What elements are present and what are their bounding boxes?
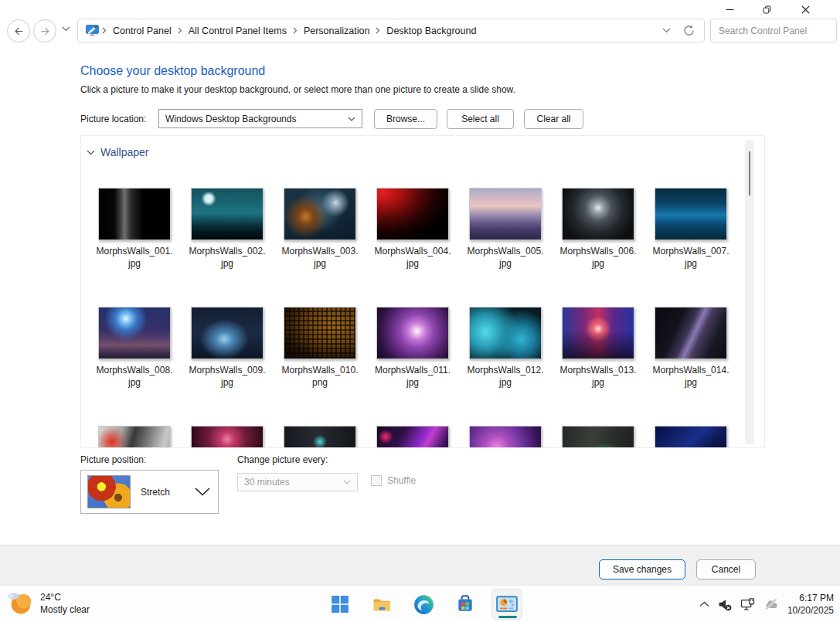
wallpaper-thumbnail[interactable]: [191, 426, 264, 448]
wallpaper-item[interactable]: [98, 426, 171, 448]
weather-temp: 24°C: [40, 591, 90, 603]
minimize-button[interactable]: [712, 2, 747, 17]
picture-location-select[interactable]: Windows Desktop Backgrounds: [158, 109, 362, 128]
cancel-button[interactable]: Cancel: [696, 559, 756, 580]
wallpaper-thumbnail[interactable]: [191, 188, 264, 240]
wallpaper-thumbnail[interactable]: [98, 188, 171, 240]
wallpaper-thumbnail[interactable]: [284, 188, 356, 240]
edge-button[interactable]: [408, 589, 439, 620]
refresh-button[interactable]: [683, 25, 695, 36]
breadcrumb-item-desktop-background[interactable]: Desktop Background: [383, 25, 479, 36]
clock-time: 6:17 PM: [787, 592, 834, 604]
onedrive-paused-icon[interactable]: [763, 598, 779, 610]
wallpaper-item[interactable]: MorphsWalls_012.jpg: [469, 307, 542, 389]
search-box[interactable]: [710, 19, 837, 42]
wallpaper-thumbnail[interactable]: [191, 307, 264, 359]
breadcrumb-item-all-items[interactable]: All Control Panel Items: [185, 25, 290, 36]
change-picture-every-label: Change picture every:: [237, 454, 328, 465]
wallpaper-group-header[interactable]: Wallpaper: [81, 136, 764, 160]
volume-muted-icon[interactable]: [718, 598, 732, 611]
browse-button[interactable]: Browse...: [374, 109, 437, 129]
tray-expand-button[interactable]: [699, 601, 709, 607]
breadcrumb-item-personalization[interactable]: Personalization: [301, 25, 372, 36]
wallpaper-filename: MorphsWalls_010.png: [275, 364, 365, 389]
search-input[interactable]: [711, 25, 840, 37]
wallpaper-thumbnail[interactable]: [655, 188, 727, 240]
wallpaper-filename: MorphsWalls_005.jpg: [461, 245, 550, 270]
page-title: Choose your desktop background: [80, 64, 265, 78]
shuffle-checkbox: [371, 475, 382, 486]
forward-icon: [39, 25, 51, 37]
wallpaper-item[interactable]: MorphsWalls_009.jpg: [191, 307, 264, 389]
recent-locations-button[interactable]: [62, 26, 70, 32]
wallpaper-item[interactable]: MorphsWalls_002.jpg: [191, 188, 264, 270]
wallpaper-thumbnail[interactable]: [469, 188, 542, 240]
wallpaper-thumbnail[interactable]: [376, 307, 449, 359]
wallpaper-thumbnail[interactable]: [562, 307, 634, 359]
chevron-down-icon: [87, 150, 95, 155]
wallpaper-item[interactable]: [562, 426, 634, 448]
wallpaper-item[interactable]: MorphsWalls_008.jpg: [98, 307, 171, 389]
clear-all-button[interactable]: Clear all: [524, 109, 583, 129]
wallpaper-item[interactable]: MorphsWalls_011.jpg: [376, 307, 449, 389]
picture-position-value: Stretch: [141, 487, 170, 498]
wallpaper-thumbnail[interactable]: [376, 426, 449, 448]
wallpaper-item[interactable]: [284, 426, 356, 448]
close-button[interactable]: [787, 2, 823, 17]
weather-widget[interactable]: 24°C Mostly clear: [6, 590, 90, 617]
chevron-down-icon: [348, 117, 355, 121]
forward-button[interactable]: [33, 19, 56, 42]
wallpaper-thumbnail[interactable]: [284, 307, 356, 359]
wallpaper-item[interactable]: [469, 426, 542, 448]
wallpaper-item[interactable]: MorphsWalls_001.jpg: [98, 188, 171, 270]
back-icon: [13, 25, 25, 37]
address-bar[interactable]: Control Panel All Control Panel Items Pe…: [77, 19, 705, 42]
select-all-button[interactable]: Select all: [447, 109, 514, 129]
wallpaper-item[interactable]: MorphsWalls_006.jpg: [562, 188, 634, 270]
breadcrumb-item-control-panel[interactable]: Control Panel: [110, 25, 175, 36]
wallpaper-thumbnail[interactable]: [469, 307, 542, 359]
chevron-down-icon: [62, 26, 70, 32]
wallpaper-thumbnail[interactable]: [655, 426, 727, 448]
shuffle-control: Shuffle: [371, 475, 416, 486]
wallpaper-item[interactable]: MorphsWalls_010.png: [284, 307, 356, 389]
wallpaper-item[interactable]: MorphsWalls_013.jpg: [562, 307, 634, 389]
store-icon: [455, 594, 475, 614]
wallpaper-item[interactable]: MorphsWalls_003.jpg: [284, 188, 356, 270]
wallpaper-item[interactable]: [191, 426, 264, 448]
page-subtitle: Click a picture to make it your desktop …: [80, 84, 515, 95]
control-panel-app-button[interactable]: [491, 589, 522, 620]
wallpaper-thumbnail[interactable]: [655, 307, 727, 359]
wallpaper-panel: Wallpaper MorphsWalls_001.jpgMorphsWalls…: [80, 135, 765, 448]
wallpaper-filename: MorphsWalls_007.jpg: [646, 245, 736, 270]
back-button[interactable]: [7, 19, 30, 42]
chevron-down-icon: [343, 480, 351, 484]
scrollbar-thumb[interactable]: [749, 151, 750, 195]
wallpaper-item[interactable]: MorphsWalls_005.jpg: [469, 188, 542, 270]
wallpaper-item[interactable]: MorphsWalls_007.jpg: [655, 188, 727, 270]
store-button[interactable]: [450, 589, 481, 620]
save-changes-button[interactable]: Save changes: [599, 559, 685, 580]
wallpaper-item[interactable]: MorphsWalls_014.jpg: [655, 307, 727, 389]
wallpaper-thumbnail[interactable]: [98, 307, 171, 359]
wallpaper-thumbnail[interactable]: [562, 188, 634, 240]
active-app-indicator: [498, 616, 517, 618]
wallpaper-thumbnail[interactable]: [284, 426, 356, 448]
wallpaper-item[interactable]: [655, 426, 727, 448]
wallpaper-thumbnail[interactable]: [469, 426, 542, 448]
network-icon[interactable]: [740, 598, 755, 611]
wallpaper-thumbnail[interactable]: [98, 426, 171, 448]
wallpaper-thumbnail[interactable]: [562, 426, 634, 448]
scrollbar-track[interactable]: [745, 140, 754, 444]
wallpaper-thumbnail[interactable]: [376, 188, 449, 240]
title-bar: [0, 0, 840, 17]
wallpaper-item[interactable]: MorphsWalls_004.jpg: [376, 188, 449, 270]
picture-position-select[interactable]: Stretch: [80, 470, 219, 514]
picture-location-value: Windows Desktop Backgrounds: [165, 114, 296, 124]
wallpaper-item[interactable]: [376, 426, 449, 448]
taskbar-clock[interactable]: 6:17 PM 10/20/2025: [787, 592, 834, 617]
file-explorer-button[interactable]: [366, 589, 397, 620]
maximize-button[interactable]: [749, 2, 784, 17]
address-dropdown-button[interactable]: [662, 28, 671, 33]
start-button[interactable]: [325, 589, 355, 620]
